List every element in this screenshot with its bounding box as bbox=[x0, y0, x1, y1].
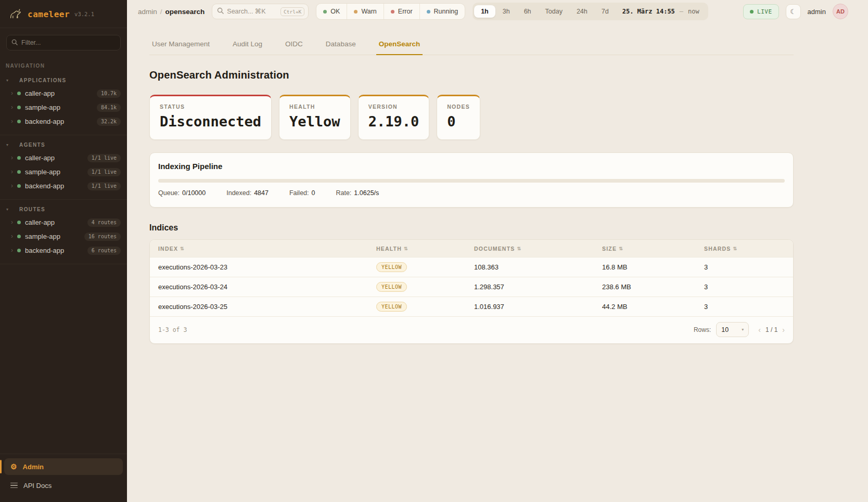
status-filter-warn[interactable]: Warn bbox=[347, 4, 383, 19]
section-header-agents[interactable]: ▾ AGENTS bbox=[0, 140, 127, 151]
time-display-start: 25. März 14:55 bbox=[622, 8, 675, 15]
stat-card-status: STATUS Disconnected bbox=[149, 95, 272, 140]
tab-audit-log[interactable]: Audit Log bbox=[230, 35, 265, 55]
time-range-24h[interactable]: 24h bbox=[570, 5, 594, 18]
indices-title: Indices bbox=[149, 223, 794, 233]
tab-user-management[interactable]: User Management bbox=[149, 35, 212, 55]
sort-icon: ⇅ bbox=[733, 246, 738, 251]
search-icon bbox=[217, 7, 224, 16]
stat-value: 0 bbox=[312, 189, 315, 197]
avatar[interactable]: AD bbox=[833, 4, 848, 19]
status-dot bbox=[17, 92, 21, 95]
status-filter-running[interactable]: Running bbox=[419, 4, 465, 19]
column-header-shards[interactable]: SHARDS ⇅ bbox=[704, 246, 785, 252]
section-label: APPLICATIONS bbox=[14, 78, 67, 83]
cell-index: executions-2026-03-25 bbox=[158, 303, 376, 311]
sidebar-item-label: sample-app bbox=[25, 104, 60, 111]
stat-card-label: VERSION bbox=[368, 104, 419, 110]
pipeline-stats: Queue: 0/10000 Indexed: 4847 Failed: 0 R… bbox=[158, 189, 785, 197]
section-label: AGENTS bbox=[14, 142, 45, 148]
sidebar-item-agents-backend-app[interactable]: › backend-app 1/1 live bbox=[0, 179, 127, 193]
theme-toggle-button[interactable]: ☾ bbox=[786, 4, 801, 19]
sidebar-item-agents-caller-app[interactable]: › caller-app 1/1 live bbox=[0, 151, 127, 165]
column-label: SIZE bbox=[602, 246, 617, 252]
column-header-health[interactable]: HEALTH ⇅ bbox=[376, 246, 474, 252]
rows-per-page-value: 10 bbox=[721, 326, 729, 333]
table-row[interactable]: executions-2026-03-23 YELLOW 108.363 16.… bbox=[150, 257, 793, 277]
pagination-range: 1-3 of 3 bbox=[158, 326, 187, 333]
table-row[interactable]: executions-2026-03-25 YELLOW 1.016.937 4… bbox=[150, 297, 793, 316]
status-filter-ok[interactable]: OK bbox=[316, 4, 347, 19]
sidebar-item-badge: 10.7k bbox=[97, 89, 121, 98]
tab-opensearch[interactable]: OpenSearch bbox=[376, 35, 423, 55]
previous-page-button[interactable]: ‹ bbox=[758, 326, 761, 333]
stat-card-value: 2.19.0 bbox=[368, 113, 419, 130]
time-range-7d[interactable]: 7d bbox=[595, 5, 616, 18]
section-label: ROUTES bbox=[14, 207, 45, 212]
sidebar-item-admin[interactable]: ⚙ Admin bbox=[4, 458, 123, 475]
live-status-dot bbox=[750, 10, 754, 14]
cell-shards: 3 bbox=[704, 263, 785, 271]
sidebar: cameleer v3.2.1 NAVIGATION ▾ APPLICATION… bbox=[0, 0, 127, 502]
rows-per-page-select[interactable]: 10 ▾ bbox=[716, 322, 749, 337]
breadcrumb-parent[interactable]: admin bbox=[138, 8, 157, 16]
moon-icon: ☾ bbox=[790, 8, 796, 16]
time-display[interactable]: 25. März 14:55 — now bbox=[616, 8, 707, 15]
sidebar-item-agents-sample-app[interactable]: › sample-app 1/1 live bbox=[0, 165, 127, 179]
search-input[interactable] bbox=[227, 8, 277, 15]
breadcrumb: admin / opensearch bbox=[138, 8, 205, 16]
indices-table: INDEX ⇅ HEALTH ⇅ DOCUMENTS ⇅ SIZE ⇅ bbox=[149, 239, 794, 344]
indexing-pipeline-card: Indexing Pipeline Queue: 0/10000 Indexed… bbox=[149, 152, 794, 208]
live-label: LIVE bbox=[757, 8, 772, 15]
camel-logo-icon bbox=[8, 7, 23, 21]
sidebar-item-routes-backend-app[interactable]: › backend-app 6 routes bbox=[0, 243, 127, 258]
tab-oidc[interactable]: OIDC bbox=[283, 35, 305, 55]
sidebar-item-label: caller-app bbox=[25, 154, 55, 162]
live-badge[interactable]: LIVE bbox=[743, 4, 779, 19]
cell-size: 238.6 MB bbox=[602, 283, 704, 291]
page-content: User Management Audit Log OIDC Database … bbox=[127, 23, 816, 344]
sort-icon: ⇅ bbox=[404, 246, 409, 251]
time-range-today[interactable]: Today bbox=[539, 5, 569, 18]
sidebar-item-routes-caller-app[interactable]: › caller-app 4 routes bbox=[0, 215, 127, 229]
time-range-selector: 1h 3h 6h Today 24h 7d 25. März 14:55 — n… bbox=[473, 3, 708, 20]
next-page-button[interactable]: › bbox=[782, 326, 785, 333]
sidebar-item-badge: 1/1 live bbox=[87, 154, 121, 162]
ok-status-dot bbox=[323, 10, 327, 14]
section-header-routes[interactable]: ▾ ROUTES bbox=[0, 205, 127, 215]
pagination: ‹ 1 / 1 › bbox=[758, 326, 785, 333]
time-range-6h[interactable]: 6h bbox=[517, 5, 538, 18]
table-header-row: INDEX ⇅ HEALTH ⇅ DOCUMENTS ⇅ SIZE ⇅ bbox=[150, 240, 793, 257]
global-search[interactable]: Ctrl+K bbox=[212, 4, 309, 19]
running-status-dot bbox=[427, 10, 430, 14]
filter-input[interactable] bbox=[21, 39, 116, 46]
stat-cards-row: STATUS Disconnected HEALTH Yellow VERSIO… bbox=[149, 95, 794, 140]
column-header-index[interactable]: INDEX ⇅ bbox=[158, 246, 376, 252]
cell-size: 44.2 MB bbox=[602, 303, 704, 311]
time-range-3h[interactable]: 3h bbox=[496, 5, 517, 18]
app-version: v3.2.1 bbox=[74, 11, 94, 17]
sidebar-item-badge: 1/1 live bbox=[87, 182, 121, 190]
status-filter-label: Running bbox=[434, 8, 458, 15]
status-filter-error[interactable]: Error bbox=[384, 4, 419, 19]
status-dot bbox=[17, 106, 21, 109]
nav-section-agents: ▾ AGENTS › caller-app 1/1 live › sample-… bbox=[0, 135, 127, 200]
status-dot bbox=[17, 120, 21, 123]
section-header-applications[interactable]: ▾ APPLICATIONS bbox=[0, 76, 127, 86]
tab-database[interactable]: Database bbox=[323, 35, 359, 55]
sidebar-filter[interactable] bbox=[6, 35, 121, 50]
sidebar-item-label: caller-app bbox=[25, 89, 55, 97]
sidebar-item-applications-sample-app[interactable]: › sample-app 84.1k bbox=[0, 100, 127, 114]
sidebar-item-applications-caller-app[interactable]: › caller-app 10.7k bbox=[0, 86, 127, 100]
sidebar-item-applications-backend-app[interactable]: › backend-app 32.2k bbox=[0, 114, 127, 128]
time-range-1h[interactable]: 1h bbox=[474, 5, 495, 18]
chevron-right-icon: › bbox=[11, 169, 13, 175]
table-row[interactable]: executions-2026-03-24 YELLOW 1.298.357 2… bbox=[150, 277, 793, 297]
column-header-size[interactable]: SIZE ⇅ bbox=[602, 246, 704, 252]
sidebar-item-label: backend-app bbox=[25, 247, 64, 254]
page-indicator: 1 / 1 bbox=[765, 326, 777, 333]
sidebar-item-api-docs[interactable]: API Docs bbox=[4, 477, 123, 494]
column-header-documents[interactable]: DOCUMENTS ⇅ bbox=[474, 246, 602, 252]
time-display-end: now bbox=[688, 8, 699, 15]
sidebar-item-routes-sample-app[interactable]: › sample-app 16 routes bbox=[0, 229, 127, 243]
